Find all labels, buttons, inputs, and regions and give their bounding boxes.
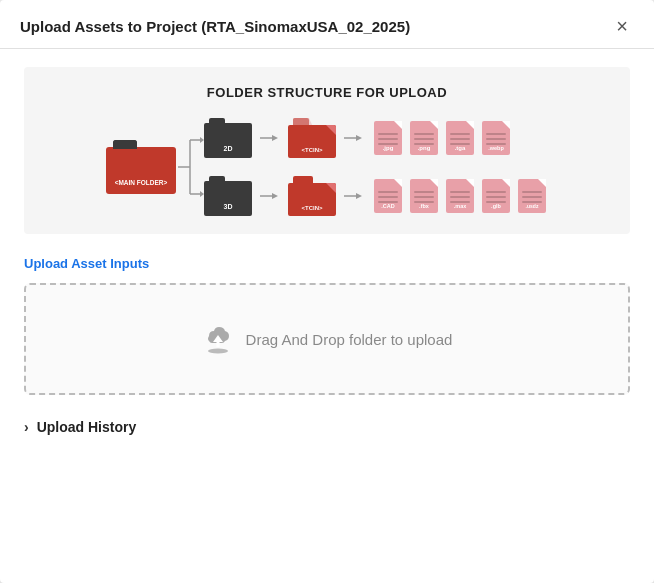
file-tga: .tga bbox=[446, 121, 474, 155]
svg-marker-13 bbox=[356, 193, 362, 199]
arrow-3d-icon bbox=[260, 189, 280, 203]
folder-structure-section: FOLDER STRUCTURE FOR UPLOAD <MAIN FOLDER… bbox=[24, 67, 630, 234]
folder-3d: 3D bbox=[204, 176, 252, 216]
svg-rect-16 bbox=[216, 342, 219, 347]
arrow-tcin-2d-icon bbox=[344, 131, 364, 145]
file-fbx-label: .fbx bbox=[410, 203, 438, 209]
arrow-2d bbox=[260, 131, 280, 145]
folder-2d: 2D bbox=[204, 118, 252, 158]
folder-2d-label: 2D bbox=[204, 145, 252, 152]
file-glb-label: .glb bbox=[482, 203, 510, 209]
file-png-label: .png bbox=[410, 145, 438, 151]
row-2d: 2D <TCIN> bbox=[204, 118, 548, 158]
folder-tcin-3d: <TCIN> bbox=[288, 176, 336, 216]
folder-3d-label: 3D bbox=[204, 203, 252, 210]
file-usdz-label: .usdz bbox=[518, 203, 546, 209]
upload-icon bbox=[202, 323, 234, 355]
modal: Upload Assets to Project (RTA_SinomaxUSA… bbox=[0, 0, 654, 583]
file-webp-label: .webp bbox=[482, 145, 510, 151]
branch-lines bbox=[176, 122, 204, 212]
arrow-tcin-3d-icon bbox=[344, 189, 364, 203]
chevron-right-icon: › bbox=[24, 419, 29, 435]
arrow-tcin-3d bbox=[344, 189, 364, 203]
file-fbx: .fbx bbox=[410, 179, 438, 213]
close-button[interactable]: × bbox=[610, 14, 634, 38]
row-pair: 2D <TCIN> bbox=[204, 118, 548, 216]
arrow-2d-icon bbox=[260, 131, 280, 145]
drop-text: Drag And Drop folder to upload bbox=[246, 331, 453, 348]
upload-section-label: Upload Asset Inputs bbox=[24, 256, 630, 271]
file-jpg-label: .jpg bbox=[374, 145, 402, 151]
main-folder: <MAIN FOLDER> bbox=[106, 140, 176, 194]
modal-body: FOLDER STRUCTURE FOR UPLOAD <MAIN FOLDER… bbox=[0, 49, 654, 461]
svg-marker-7 bbox=[272, 135, 278, 141]
row-3d: 3D <TCIN> bbox=[204, 176, 548, 216]
file-png: .png bbox=[410, 121, 438, 155]
diagram: <MAIN FOLDER> bbox=[34, 118, 620, 216]
svg-marker-9 bbox=[356, 135, 362, 141]
files-2d: .jpg .png bbox=[372, 121, 512, 155]
main-folder-label: <MAIN FOLDER> bbox=[106, 179, 176, 186]
folder-tcin-2d-label: <TCIN> bbox=[288, 147, 336, 153]
file-webp: .webp bbox=[482, 121, 510, 155]
folder-tcin-2d: <TCIN> bbox=[288, 118, 336, 158]
file-cad: .CAD bbox=[374, 179, 402, 213]
modal-header: Upload Assets to Project (RTA_SinomaxUSA… bbox=[0, 0, 654, 49]
svg-point-14 bbox=[208, 349, 228, 354]
modal-title: Upload Assets to Project (RTA_SinomaxUSA… bbox=[20, 18, 410, 35]
folder-tcin-3d-label: <TCIN> bbox=[288, 205, 336, 211]
upload-history-label: Upload History bbox=[37, 419, 137, 435]
folder-structure-heading: FOLDER STRUCTURE FOR UPLOAD bbox=[34, 85, 620, 100]
file-max-label: .max bbox=[446, 203, 474, 209]
upload-history-row[interactable]: › Upload History bbox=[24, 413, 630, 441]
arrow-3d bbox=[260, 189, 280, 203]
file-max: .max bbox=[446, 179, 474, 213]
svg-marker-11 bbox=[272, 193, 278, 199]
main-folder-icon: <MAIN FOLDER> bbox=[106, 140, 176, 194]
drop-zone[interactable]: Drag And Drop folder to upload bbox=[24, 283, 630, 395]
file-usdz: .usdz bbox=[518, 179, 546, 213]
file-cad-label: .CAD bbox=[374, 203, 402, 209]
file-glb: .glb bbox=[482, 179, 510, 213]
file-tga-label: .tga bbox=[446, 145, 474, 151]
files-3d: .CAD .fbx bbox=[372, 179, 548, 213]
file-jpg: .jpg bbox=[374, 121, 402, 155]
arrow-tcin-2d bbox=[344, 131, 364, 145]
